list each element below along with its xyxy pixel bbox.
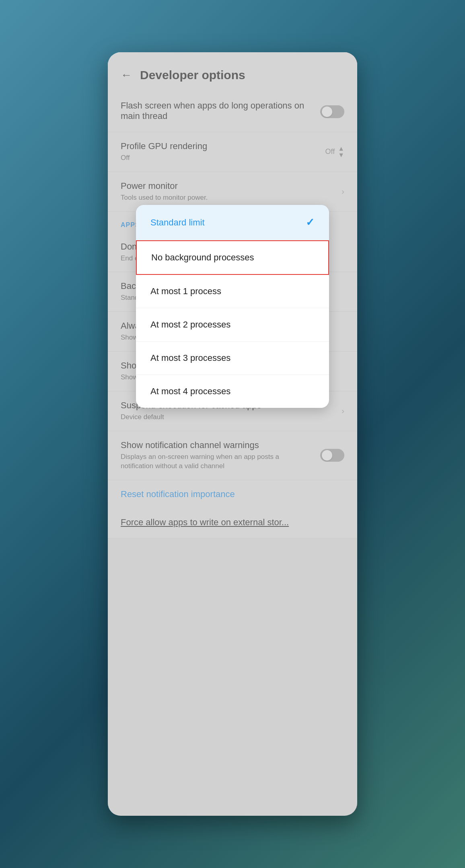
dialog-item-at-most-3[interactable]: At most 3 processes [136,342,329,375]
dialog-item-at-most-1-label: At most 1 process [150,286,221,297]
dialog-overlay[interactable] [108,52,357,816]
dialog-item-no-background-label: No background processes [151,252,254,263]
dialog-item-at-most-3-label: At most 3 processes [150,353,230,363]
dialog-item-at-most-2[interactable]: At most 2 processes [136,308,329,342]
background-process-dialog: Standard limit ✓ No background processes… [136,205,329,408]
checkmark-icon: ✓ [306,216,315,229]
dialog-item-at-most-2-label: At most 2 processes [150,319,230,330]
dialog-item-at-most-4-label: At most 4 processes [150,386,230,397]
dialog-item-standard-limit[interactable]: Standard limit ✓ [136,205,329,240]
dialog-item-at-most-4[interactable]: At most 4 processes [136,375,329,408]
dialog-item-at-most-1[interactable]: At most 1 process [136,275,329,308]
dialog-item-no-background[interactable]: No background processes [136,240,329,275]
dialog-item-standard-limit-label: Standard limit [150,217,205,228]
phone-card: ← Developer options Flash screen when ap… [108,52,357,816]
